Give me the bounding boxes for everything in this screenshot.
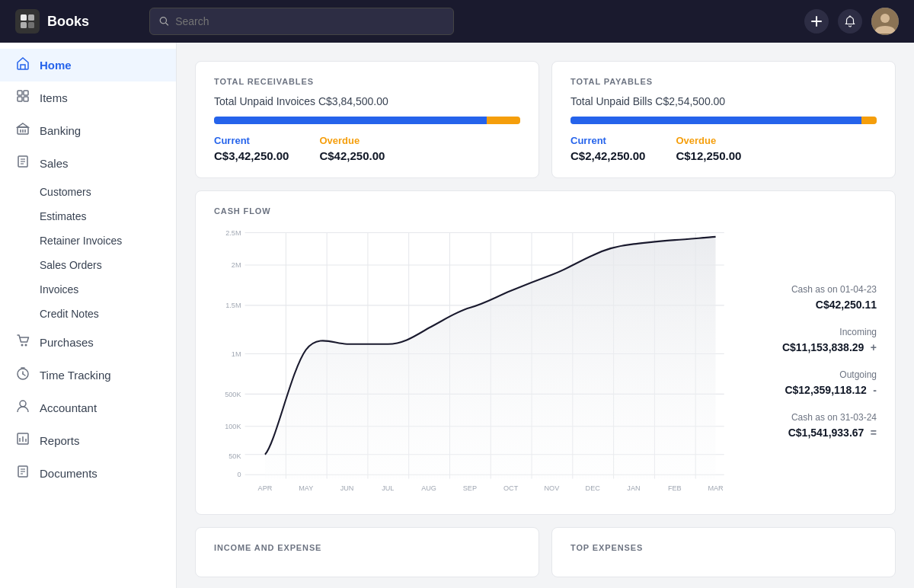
svg-point-23 (25, 344, 27, 347)
svg-rect-2 (21, 22, 27, 28)
cashflow-end-value-row: C$1,541,933.67 = (758, 426, 877, 439)
receivables-current-stat: Current C$3,42,250.00 (214, 135, 289, 162)
svg-text:100K: 100K (225, 423, 241, 430)
svg-text:JUN: JUN (340, 484, 354, 492)
receivables-overdue-value: C$42,250.00 (319, 149, 385, 162)
sidebar-item-home[interactable]: Home (0, 49, 176, 81)
cashflow-card: CASH FLOW (195, 190, 896, 515)
svg-text:500K: 500K (225, 390, 241, 398)
sidebar-item-time-tracking[interactable]: Time Tracking (0, 359, 176, 391)
add-button[interactable] (804, 9, 829, 34)
payables-current-value: C$2,42,250.00 (570, 149, 645, 162)
svg-point-22 (21, 344, 24, 347)
sidebar-item-purchases-label: Purchases (40, 336, 94, 349)
sidebar-item-sales-label: Sales (40, 157, 69, 170)
banking-icon (15, 122, 30, 139)
total-payables-card: TOTAL PAYABLES Total Unpaid Bills C$2,54… (551, 61, 896, 178)
svg-rect-11 (24, 91, 28, 95)
sidebar-item-reports[interactable]: Reports (0, 424, 176, 457)
logo-area: Books (15, 9, 137, 34)
cashflow-end-suffix: = (871, 427, 877, 439)
sidebar-sub-sales-orders[interactable]: Sales Orders (0, 253, 176, 277)
sidebar-item-banking[interactable]: Banking (0, 114, 176, 147)
svg-line-26 (23, 374, 25, 375)
svg-text:DEC: DEC (586, 484, 601, 492)
sidebar-item-purchases[interactable]: Purchases (0, 326, 176, 359)
app-name: Books (47, 14, 89, 30)
cashflow-outgoing-label: Outgoing (758, 369, 877, 380)
svg-text:MAY: MAY (299, 484, 314, 492)
bottom-row: INCOME AND EXPENSE TOP EXPENSES (195, 527, 896, 577)
home-icon (15, 56, 30, 74)
sidebar-sub-invoices[interactable]: Invoices (0, 277, 176, 302)
svg-rect-3 (28, 22, 34, 28)
cashflow-inner: 2.5M 2M 1.5M 1M 500K 100K 50K 0 APR MAY … (214, 225, 877, 499)
svg-text:FEB: FEB (668, 484, 682, 492)
total-payables-total: Total Unpaid Bills C$2,54,500.00 (570, 95, 877, 107)
sidebar-sub-customers[interactable]: Customers (0, 180, 176, 204)
avatar[interactable] (871, 8, 899, 35)
svg-text:50K: 50K (228, 452, 241, 460)
top-expenses-label: TOP EXPENSES (570, 543, 877, 552)
sidebar-item-accountant-label: Accountant (40, 401, 97, 414)
items-icon (15, 89, 30, 107)
topnav: Books (0, 0, 914, 43)
payables-overdue-bar (861, 117, 877, 124)
cashflow-incoming-value: C$11,153,838.29 (782, 341, 864, 353)
sidebar-sub-retainer-invoices-label: Retainer Invoices (40, 235, 122, 247)
documents-icon (15, 465, 30, 482)
sales-icon (15, 155, 30, 172)
svg-text:JAN: JAN (627, 484, 640, 492)
payables-progress-bar (570, 117, 877, 124)
notifications-button[interactable] (838, 9, 862, 34)
svg-text:1.5M: 1.5M (225, 302, 241, 309)
cashflow-incoming-block: Incoming C$11,153,838.29 + (758, 327, 877, 354)
receivables-current-bar (214, 117, 487, 124)
search-bar[interactable] (149, 8, 454, 35)
svg-text:APR: APR (258, 484, 273, 492)
sidebar-sub-retainer-invoices[interactable]: Retainer Invoices (0, 228, 176, 253)
cashflow-outgoing-value-row: C$12,359,118.12 - (758, 383, 877, 397)
svg-point-28 (20, 401, 26, 407)
sidebar-sub-credit-notes-label: Credit Notes (40, 308, 99, 320)
svg-text:2.5M: 2.5M (225, 229, 241, 237)
sidebar-item-documents[interactable]: Documents (0, 457, 176, 490)
cashflow-start-block: Cash as on 01-04-23 C$42,250.11 (758, 284, 877, 312)
income-expense-label: INCOME AND EXPENSE (214, 543, 520, 552)
sidebar-sub-credit-notes[interactable]: Credit Notes (0, 302, 176, 326)
sidebar-item-items[interactable]: Items (0, 81, 176, 114)
summary-cards: TOTAL RECEIVABLES Total Unpaid Invoices … (195, 61, 896, 178)
accountant-icon (15, 399, 30, 417)
sidebar-item-time-tracking-label: Time Tracking (40, 369, 111, 382)
payables-overdue-label: Overdue (676, 135, 741, 146)
cashflow-svg: 2.5M 2M 1.5M 1M 500K 100K 50K 0 APR MAY … (214, 225, 740, 499)
svg-text:1M: 1M (232, 350, 241, 357)
reports-icon (15, 432, 30, 449)
sidebar-item-items-label: Items (40, 91, 68, 104)
sidebar-item-home-label: Home (40, 59, 72, 72)
cashflow-start-label: Cash as on 01-04-23 (758, 284, 877, 295)
svg-line-5 (166, 23, 168, 25)
sidebar-item-accountant[interactable]: Accountant (0, 391, 176, 424)
receivables-overdue-label: Overdue (319, 135, 385, 146)
svg-rect-13 (24, 97, 28, 101)
payables-stats: Current C$2,42,250.00 Overdue C$12,250.0… (570, 135, 877, 162)
main-content: TOTAL RECEIVABLES Total Unpaid Invoices … (177, 43, 914, 588)
cashflow-chart: 2.5M 2M 1.5M 1M 500K 100K 50K 0 APR MAY … (214, 225, 740, 499)
cashflow-outgoing-suffix: - (873, 384, 877, 396)
svg-text:OCT: OCT (503, 484, 519, 492)
sidebar-sub-estimates[interactable]: Estimates (0, 204, 176, 228)
search-input[interactable] (175, 15, 444, 27)
receivables-stats: Current C$3,42,250.00 Overdue C$42,250.0… (214, 135, 520, 162)
cashflow-incoming-value-row: C$11,153,838.29 + (758, 340, 877, 354)
total-receivables-total: Total Unpaid Invoices C$3,84,500.00 (214, 95, 520, 107)
cashflow-outgoing-block: Outgoing C$12,359,118.12 - (758, 369, 877, 397)
svg-rect-10 (18, 91, 22, 95)
sidebar-item-banking-label: Banking (40, 124, 81, 137)
receivables-overdue-bar (487, 117, 520, 124)
cashflow-start-value: C$42,250.11 (816, 299, 877, 311)
cashflow-incoming-label: Incoming (758, 327, 877, 337)
sidebar-item-sales[interactable]: Sales (0, 147, 176, 180)
total-payables-label: TOTAL PAYABLES (570, 77, 877, 86)
receivables-current-label: Current (214, 135, 289, 146)
